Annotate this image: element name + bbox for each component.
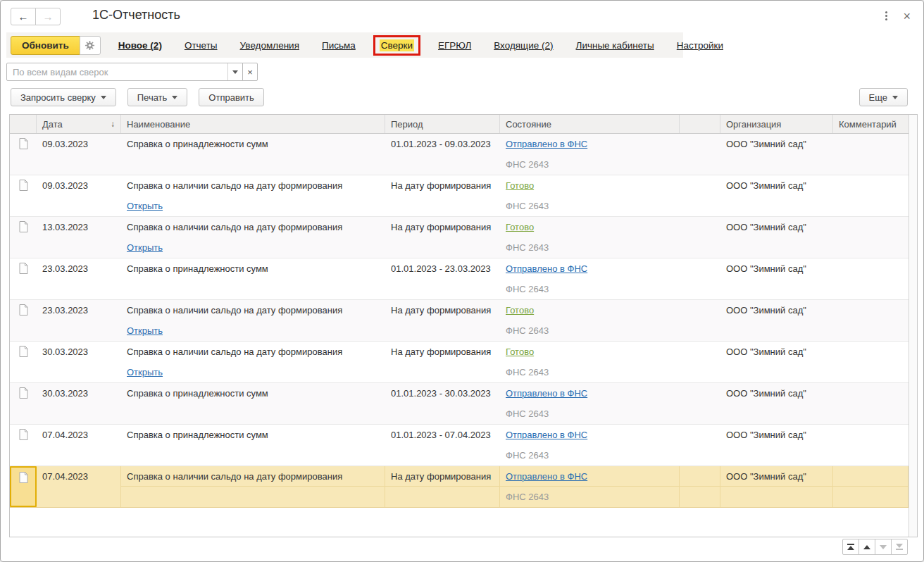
vertical-scrollbar[interactable] <box>909 115 917 537</box>
table-grid: Дата ↓ Наименование Период Состояние Орг… <box>10 115 909 537</box>
col-header-period[interactable]: Период <box>385 115 500 133</box>
cell-state-detail: ФНС 2643 <box>500 320 680 341</box>
forward-button[interactable]: → <box>35 8 61 25</box>
cell-state-detail: ФНС 2643 <box>500 196 680 216</box>
open-link[interactable]: Открыть <box>127 367 163 377</box>
cell-date: 07.04.2023 <box>37 466 121 487</box>
filter-clear-button[interactable]: × <box>242 63 258 81</box>
cell-period: 01.01.2023 - 09.03.2023 <box>385 134 500 154</box>
tab-egrul[interactable]: ЕГРЮЛ <box>438 40 471 51</box>
tab-lichnye-kabinety[interactable]: Личные кабинеты <box>576 40 654 51</box>
tab-nastroyki[interactable]: Настройки <box>677 40 723 51</box>
col-header-org[interactable]: Организация <box>720 115 833 133</box>
cell-state-detail: ФНС 2643 <box>500 404 680 424</box>
table-row[interactable]: 07.04.2023 Справка о принадлежности сумм… <box>10 425 909 466</box>
cell-state-detail: ФНС 2643 <box>500 237 680 258</box>
state-link[interactable]: Отправлено в ФНС <box>506 430 587 440</box>
back-button[interactable]: ← <box>11 8 36 25</box>
close-icon[interactable]: × <box>903 11 911 21</box>
table-row[interactable]: 09.03.2023 Справка о наличии сальдо на д… <box>10 175 909 217</box>
cell-date: 09.03.2023 <box>37 134 121 154</box>
open-link[interactable]: Открыть <box>127 325 163 336</box>
more-button[interactable]: Еще <box>859 88 908 106</box>
cell-organization: ООО "Зимний сад" <box>720 258 833 279</box>
state-link[interactable]: Готово <box>506 180 534 191</box>
cell-date: 30.03.2023 <box>37 383 121 404</box>
scroll-down-button[interactable] <box>875 539 892 555</box>
scroll-to-bottom-button[interactable] <box>891 539 908 555</box>
table-header: Дата ↓ Наименование Период Состояние Орг… <box>10 115 909 134</box>
cell-period: На дату формирования <box>385 342 500 362</box>
scroll-to-top-button[interactable] <box>842 539 859 555</box>
sort-descending-icon: ↓ <box>111 119 115 129</box>
state-link[interactable]: Отправлено в ФНС <box>506 471 587 482</box>
cell-comment <box>833 175 909 196</box>
state-link[interactable]: Готово <box>506 305 534 316</box>
table-row[interactable]: 09.03.2023 Справка о принадлежности сумм… <box>10 134 909 175</box>
col-header-date[interactable]: Дата ↓ <box>37 115 121 133</box>
tab-vhodyashchie[interactable]: Входящие (2) <box>494 40 553 51</box>
col-header-state[interactable]: Состояние <box>500 115 680 133</box>
cell-comment <box>833 383 909 404</box>
cell-date: 23.03.2023 <box>37 300 121 320</box>
tab-sverki[interactable]: Сверки <box>380 39 414 51</box>
refresh-button[interactable]: Обновить <box>11 36 80 55</box>
table-row[interactable]: 23.03.2023 Справка о наличии сальдо на д… <box>10 300 909 342</box>
send-button[interactable]: Отправить <box>199 88 263 106</box>
chevron-down-icon <box>172 96 177 99</box>
state-link[interactable]: Отправлено в ФНС <box>506 263 587 274</box>
cell-name: Справка о наличии сальдо на дату формиро… <box>121 466 385 487</box>
history-nav: ← → <box>11 8 61 25</box>
col-header-name[interactable]: Наименование <box>121 115 385 133</box>
filter-input[interactable] <box>7 63 227 80</box>
state-link[interactable]: Отправлено в ФНС <box>506 388 587 399</box>
more-menu-icon[interactable] <box>884 10 889 22</box>
actions-row: Запросить сверку Печать Отправить <box>11 88 264 106</box>
cell-period: На дату формирования <box>385 175 500 196</box>
page-title: 1С-Отчетность <box>92 8 180 23</box>
cell-organization: ООО "Зимний сад" <box>720 134 833 154</box>
bar-icon <box>847 544 854 545</box>
state-link[interactable]: Готово <box>506 346 534 357</box>
table-row[interactable]: 30.03.2023 Справка о принадлежности сумм… <box>10 383 909 425</box>
print-button[interactable]: Печать <box>127 88 188 106</box>
document-icon <box>10 425 37 466</box>
open-link[interactable]: Открыть <box>127 242 163 253</box>
cell-organization: ООО "Зимний сад" <box>720 425 833 445</box>
open-link[interactable]: Открыть <box>127 201 163 211</box>
annotation-highlight-box: Сверки <box>373 35 420 56</box>
triangle-down-icon <box>896 544 903 548</box>
window-controls: × <box>884 10 911 22</box>
scroll-up-button[interactable] <box>859 539 875 555</box>
request-reconciliation-button[interactable]: Запросить сверку <box>11 88 116 106</box>
state-link[interactable]: Готово <box>506 222 534 232</box>
filter-dropdown-button[interactable] <box>227 63 242 80</box>
triangle-up-icon <box>847 546 854 550</box>
state-link[interactable]: Отправлено в ФНС <box>506 139 587 149</box>
cell-comment <box>833 425 909 445</box>
tab-otchety[interactable]: Отчеты <box>185 40 218 51</box>
cell-spacer <box>680 300 720 320</box>
table-row-selected[interactable]: 07.04.2023 Справка о наличии сальдо на д… <box>10 466 909 508</box>
document-icon <box>10 383 37 424</box>
filter-row: × <box>6 63 258 81</box>
table-row[interactable]: 30.03.2023 Справка о наличии сальдо на д… <box>10 342 909 383</box>
tab-pisma[interactable]: Письма <box>322 40 356 51</box>
cell-comment <box>833 217 909 237</box>
refresh-settings-button[interactable] <box>80 36 101 55</box>
tab-novoe[interactable]: Новое (2) <box>118 40 162 51</box>
cell-comment <box>833 466 909 487</box>
back-arrow-icon: ← <box>18 11 29 23</box>
tab-strip: Новое (2) Отчеты Уведомления Письма Свер… <box>118 35 723 56</box>
command-bar: Обновить Новое (2) Отчеты Уведомления <box>6 32 683 58</box>
col-header-comment[interactable]: Комментарий <box>833 115 909 133</box>
table-row[interactable]: 13.03.2023 Справка о наличии сальдо на д… <box>10 217 909 258</box>
list-navigation <box>843 539 908 555</box>
tab-uvedomleniya[interactable]: Уведомления <box>240 40 299 51</box>
cell-name: Справка о наличии сальдо на дату формиро… <box>121 217 385 237</box>
cell-date: 23.03.2023 <box>37 258 121 279</box>
table-row[interactable]: 23.03.2023 Справка о принадлежности сумм… <box>10 258 909 300</box>
cell-name: Справка о наличии сальдо на дату формиро… <box>121 342 385 362</box>
cell-name: Справка о наличии сальдо на дату формиро… <box>121 175 385 196</box>
cell-spacer <box>680 217 720 237</box>
